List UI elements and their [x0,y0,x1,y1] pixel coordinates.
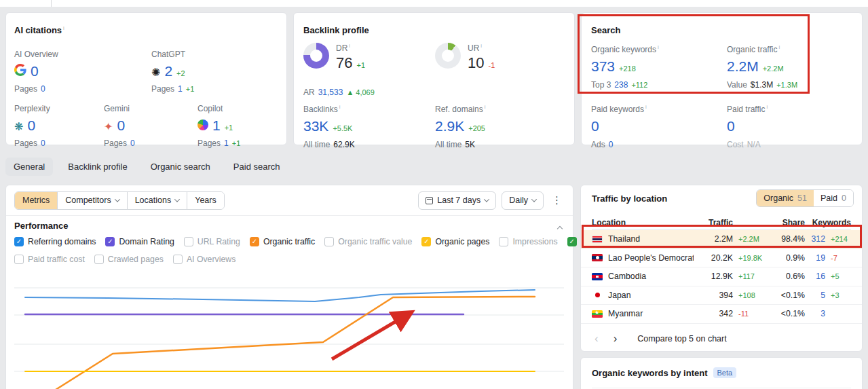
metric-referring-domains[interactable]: ✓Referring domains [14,237,96,246]
backlinks-value[interactable]: 33K [303,118,328,134]
ur-value: 10 [468,54,484,72]
calendar-icon [426,197,433,204]
next-page-icon[interactable]: › [611,333,620,344]
checkbox-icon [94,255,104,264]
top3-value[interactable]: 238 [614,80,628,90]
copilot-block: Copilot 1 +1 Pages1+1 [197,104,240,148]
chart-filter-group: Metrics Competitors Locations Years [14,191,225,210]
info-icon[interactable]: i [339,104,341,110]
metric-impressions[interactable]: Impressions [499,237,557,246]
tab-general[interactable]: General [5,158,53,176]
ref-domains-value[interactable]: 2.9K [435,118,464,134]
pages-value[interactable]: 0 [41,138,45,148]
organic-keywords-value[interactable]: 373 [591,58,615,75]
checkbox-icon [324,237,334,246]
ar-value[interactable]: 31,533 [318,88,343,97]
metric-organic-pages[interactable]: ✓Organic pages [421,237,489,246]
pages-label: Pages [104,138,127,148]
performance-chart[interactable] [6,269,573,389]
metrics-button[interactable]: Metrics [15,192,57,209]
compare-top5-link[interactable]: Compare top 5 on chart [637,334,726,344]
info-icon[interactable]: i [766,104,768,110]
ref-domains-block: Ref. domainsi 2.9K+205 All time5K [435,104,485,149]
info-icon[interactable]: i [658,44,659,50]
perplexity-icon: ❋ [14,121,23,133]
years-button[interactable]: Years [187,192,224,209]
ur-label: UR [468,43,479,53]
metric-paid-traffic-cost[interactable]: Paid traffic cost [14,255,85,264]
tab-organic-search[interactable]: Organic search [143,158,219,176]
google-icon [14,64,26,76]
dr-donut-chart [303,43,329,69]
locations-dropdown[interactable]: Locations [127,192,187,209]
info-icon[interactable]: i [645,104,647,110]
keywords-by-intent-title: Organic keywords by intent [592,368,708,378]
table-row-cambodia[interactable]: Cambodia 12.9K +117 0.6% 16 +5 [581,267,862,286]
tab-paid-search[interactable]: Paid search [225,158,288,176]
checkbox-icon [173,255,183,264]
metric-organic-traffic[interactable]: ✓Organic traffic [250,237,315,246]
chatgpt-value: 2 [164,63,172,79]
cost-label: Cost [727,140,744,149]
pages-value[interactable]: 1 [224,138,229,148]
table-row-thailand[interactable]: Thailand 2.2M +2.2M 98.4% 312 +214 [581,230,862,249]
paid-keywords-value[interactable]: 0 [591,118,599,134]
ahrefs-rank-row: AR 31,533 ▲ 4,069 [303,88,375,97]
perplexity-label: Perplexity [14,104,50,113]
cambodia-flag-icon [592,273,603,280]
cost-value: N/A [747,140,761,149]
metric-checkbox-row-2: Paid traffic cost Crawled pages AI Overv… [14,255,566,264]
pages-change: +1 [186,85,195,93]
table-row-japan[interactable]: Japan 394 +108 <0.1% 5 +3 [581,286,862,305]
paid-traffic-value[interactable]: 0 [727,118,735,134]
metric-ai-overviews[interactable]: AI Overviews [173,255,235,264]
toggle-organic[interactable]: Organic51 [757,190,814,206]
metric-organic-traffic-value[interactable]: Organic traffic value [324,237,412,246]
perplexity-block: Perplexity ❋ 0 Pages0 [14,104,50,148]
metric-url-rating[interactable]: URL Rating [184,237,240,246]
value-amount: $1.3M [751,80,773,90]
organic-traffic-value[interactable]: 2.2M [727,58,759,75]
collapse-section-button[interactable] [558,223,562,233]
ur-donut-chart [435,43,461,69]
checkbox-icon: ✓ [105,237,115,246]
info-icon[interactable]: i [480,43,482,49]
date-range-dropdown[interactable]: Last 7 days [418,191,496,210]
performance-section-title: Performance [14,221,68,231]
copilot-change: +1 [225,124,233,132]
tab-backlink-profile[interactable]: Backlink profile [60,158,135,176]
value-label: Value [727,80,747,90]
toggle-paid[interactable]: Paid0 [814,190,853,206]
info-icon[interactable]: i [349,43,350,49]
metric-domain-rating[interactable]: ✓Domain Rating [105,237,174,246]
table-row-laos[interactable]: Lao People's Democratic Reput 20.2K +19.… [581,249,862,268]
top-page-edge [0,0,868,7]
metric-crawled-pages[interactable]: Crawled pages [94,255,164,264]
pages-label: Pages [197,138,221,148]
pages-value[interactable]: 1 [178,84,183,94]
ads-value[interactable]: 0 [609,140,614,149]
competitors-dropdown[interactable]: Competitors [57,192,126,209]
top3-label: Top 3 [591,80,611,90]
traffic-by-location-title: Traffic by location [592,193,667,204]
col-traffic: Traffic [694,218,733,227]
info-icon[interactable]: i [485,104,486,110]
more-options-icon[interactable]: ⋮ [549,194,565,206]
japan-flag-icon [592,291,603,299]
myanmar-flag-icon [592,310,603,318]
info-icon[interactable]: i [63,25,64,31]
pages-value[interactable]: 0 [41,84,45,94]
granularity-dropdown[interactable]: Daily [502,191,544,210]
paid-traffic-block: Paid traffici 0 CostN/A [727,104,768,149]
prev-page-icon[interactable]: ‹ [592,333,601,344]
ar-label: AR [303,88,315,97]
thailand-flag-icon [592,236,603,243]
pages-value[interactable]: 0 [130,138,135,148]
info-icon[interactable]: i [778,44,780,50]
table-row-myanmar[interactable]: Myanmar 342 -11 <0.1% 3 [581,305,862,324]
backlink-profile-card: Backlink profile DRi 76+1 AR 31,533 ▲ 4,… [293,12,575,145]
organic-keywords-block: Organic keywordsi 373+218 Top 3238+112 [591,44,659,90]
chatgpt-block: ChatGPT ✺ 2 +2 Pages1+1 [151,50,194,94]
chevron-up-icon [557,226,563,231]
toolbar-divider [6,215,573,216]
